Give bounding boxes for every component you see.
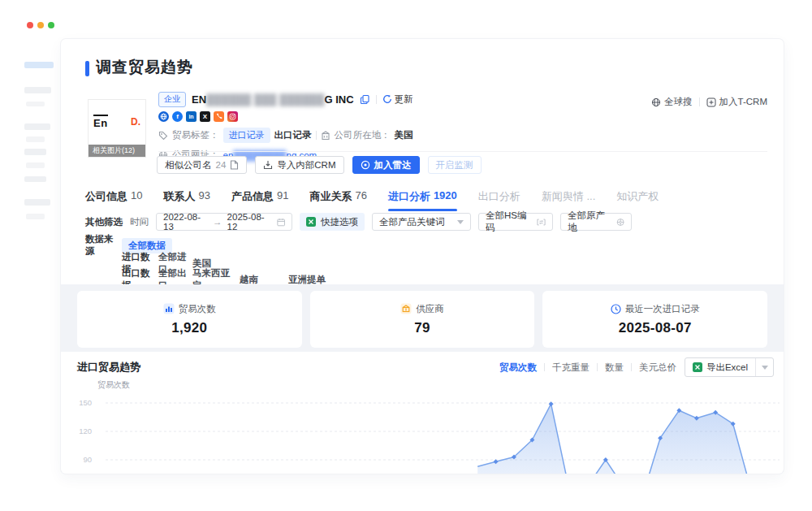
sidebar-skeleton-item — [24, 176, 46, 182]
location-value: 美国 — [395, 129, 413, 141]
phone-icon[interactable] — [214, 111, 224, 122]
refresh-button[interactable]: 更新 — [382, 93, 413, 106]
svg-text:贸易次数: 贸易次数 — [97, 380, 130, 389]
similar-companies-button[interactable]: 相似公司名 24 — [157, 156, 247, 174]
tag-icon — [158, 131, 168, 141]
suppliers-value: 79 — [414, 320, 430, 336]
logo-badge: D. — [131, 116, 140, 128]
similar-count: 24 — [216, 160, 227, 170]
date-range-arrow: → — [213, 217, 222, 227]
sidebar-skeleton-item — [26, 162, 45, 168]
calendar-icon — [277, 218, 285, 227]
tab-export-analysis[interactable]: 出口分析 — [478, 189, 520, 211]
company-name: EN██████ ███ ██████G INC — [192, 93, 354, 106]
global-search-button[interactable]: 全球搜 — [651, 96, 693, 108]
section-tabs: 公司信息10 联系人93 产品信息91 商业关系76 进口分析1920 出口分析… — [85, 189, 659, 211]
origin-select[interactable]: 全部原产地 — [560, 213, 632, 231]
redacted-name: ██████ ███ ██████ — [206, 93, 324, 106]
metric-switcher: 贸易次数 千克重量 数量 美元总价 — [499, 362, 676, 374]
sidebar-skeleton-item — [24, 149, 46, 155]
clock-icon — [611, 304, 621, 314]
metric-usd-total[interactable]: 美元总价 — [639, 362, 676, 374]
tab-company-info[interactable]: 公司信息10 — [85, 189, 142, 211]
divider — [316, 131, 317, 140]
export-options-dropdown[interactable] — [755, 358, 773, 376]
tab-intellectual-property[interactable]: 知识产权 — [616, 189, 659, 211]
export-excel-button[interactable]: 导出Excel — [685, 358, 755, 376]
enterprise-tag: 企业 — [158, 92, 186, 107]
excel-icon — [306, 217, 316, 227]
sidebar-skeleton-item — [24, 199, 50, 206]
tab-business-relations[interactable]: 商业关系76 — [309, 189, 366, 211]
tab-products[interactable]: 产品信息91 — [231, 189, 288, 211]
globe-icon — [651, 97, 661, 107]
open-page-icon — [230, 160, 239, 170]
divider — [158, 151, 767, 152]
window-close-button[interactable] — [27, 22, 33, 28]
sidebar-skeleton-item — [26, 214, 45, 219]
join-tcrm-button[interactable]: 加入T-CRM — [706, 96, 767, 108]
join-radar-button[interactable]: 加入雷达 — [352, 156, 420, 174]
divider — [631, 363, 632, 371]
window-zoom-button[interactable] — [48, 22, 54, 28]
related-images-overlay[interactable]: 相关图片(12) — [89, 145, 145, 157]
linkedin-icon[interactable]: in — [186, 111, 197, 122]
excel-icon — [693, 362, 702, 372]
facebook-icon[interactable]: f — [172, 111, 183, 122]
copy-icon[interactable] — [360, 94, 370, 105]
stat-card-trade-count: 贸易次数 1,920 — [77, 291, 302, 348]
sidebar-skeleton-item — [24, 62, 54, 68]
stat-card-last-import: 最近一次进口记录 2025-08-07 — [542, 291, 767, 348]
refresh-icon — [382, 94, 392, 104]
import-records-tag[interactable]: 进口记录 — [223, 128, 270, 143]
start-monitoring-button[interactable]: 开启监测 — [428, 156, 482, 174]
instagram-icon[interactable] — [227, 111, 238, 122]
other-filters-label: 其他筛选 — [85, 216, 123, 228]
divider — [597, 363, 598, 371]
main-panel: 调查贸易趋势 全球搜 加入T-CRM En D. 相关图片(12) 企业 — [61, 39, 784, 474]
app-window: 调查贸易趋势 全球搜 加入T-CRM En D. 相关图片(12) 企业 — [0, 0, 812, 511]
location-label: 公司所在地： — [335, 129, 391, 141]
tab-news-sentiment[interactable]: 新闻舆情 ... — [542, 189, 595, 211]
date-range-input[interactable]: 2022-08-13 → 2025-08-12 — [156, 213, 292, 231]
trend-section-title: 进口贸易趋势 — [77, 360, 140, 375]
svg-text:150: 150 — [79, 398, 92, 407]
ship-icon — [616, 218, 624, 227]
page-title: 调查贸易趋势 — [96, 57, 193, 78]
export-records-tag[interactable]: 出口记录 — [274, 129, 312, 141]
x-twitter-icon[interactable]: X — [200, 111, 210, 122]
product-keyword-select[interactable]: 全部产品关键词 — [372, 213, 471, 231]
tab-contacts[interactable]: 联系人93 — [163, 189, 209, 211]
sidebar-skeleton-item — [24, 123, 50, 130]
logo-text: En — [93, 115, 108, 129]
import-crm-button[interactable]: 导入内部CRM — [255, 156, 343, 174]
trade-count-value: 1,920 — [171, 320, 207, 336]
radar-icon — [361, 160, 370, 170]
stat-card-suppliers: 供应商 79 — [310, 291, 535, 348]
metric-quantity[interactable]: 数量 — [605, 362, 624, 374]
sidebar-skeleton-item — [24, 87, 51, 93]
title-accent-bar — [85, 61, 89, 76]
stats-band: 贸易次数 1,920 供应商 79 最近一次进口记录 20 — [61, 284, 784, 352]
divider — [376, 95, 377, 104]
brackets-icon — [537, 219, 546, 226]
website-icon[interactable] — [158, 111, 169, 122]
import-trend-chart: 15012090贸易次数 — [61, 378, 784, 474]
last-import-date-value: 2025-08-07 — [619, 320, 692, 336]
supplier-icon — [400, 303, 412, 314]
divider — [544, 363, 545, 371]
trade-tag-label: 贸易标签： — [172, 129, 219, 141]
metric-weight-kg[interactable]: 千克重量 — [552, 362, 590, 374]
sidebar-skeleton-item — [26, 136, 45, 142]
bar-chart-icon — [163, 303, 175, 314]
company-logo: En D. 相关图片(12) — [88, 99, 146, 158]
hs-code-select[interactable]: 全部HS编码 — [478, 213, 553, 231]
metric-trade-count[interactable]: 贸易次数 — [499, 362, 537, 374]
quick-options-button[interactable]: 快捷选项 — [300, 213, 365, 231]
import-icon — [263, 160, 273, 170]
svg-text:90: 90 — [83, 455, 92, 464]
chevron-down-icon — [457, 220, 464, 224]
tab-import-analysis[interactable]: 进口分析1920 — [388, 189, 457, 211]
export-excel-split-button: 导出Excel — [685, 357, 774, 377]
window-minimize-button[interactable] — [37, 22, 44, 28]
